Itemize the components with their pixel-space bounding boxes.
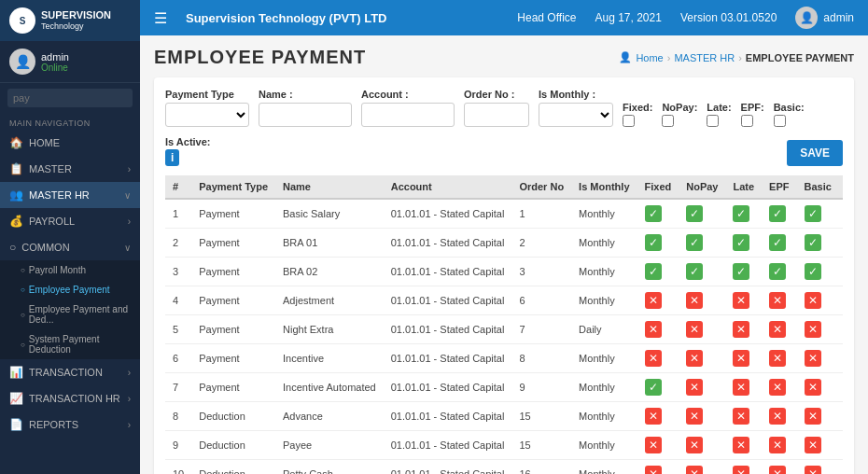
is-monthly-select[interactable]: Monthly Daily Weekly [539, 103, 613, 127]
cell-order: 7 [511, 315, 571, 344]
payment-type-select[interactable]: Payment Deduction [165, 103, 249, 127]
sidebar-item-master-hr[interactable]: 👥 MASTER HR ∨ [0, 182, 140, 208]
cell-num: 5 [165, 315, 191, 344]
cell-num: 7 [165, 373, 191, 402]
transaction-hr-label: TRANSACTION HR [29, 393, 120, 404]
info-icon: i [165, 149, 179, 166]
reports-icon: 📄 [9, 418, 23, 431]
cross-icon: ✕ [805, 466, 821, 474]
check-icon: ✓ [645, 234, 662, 251]
cell-basic: ✓ [797, 199, 839, 229]
search-input[interactable] [7, 89, 133, 107]
cross-icon: ✕ [769, 350, 786, 367]
cross-icon: ✕ [645, 437, 662, 453]
is-monthly-filter: Is Monthly : Monthly Daily Weekly [539, 89, 613, 127]
table-row: 5 Payment Night Extra 01.01.01 - Stated … [165, 315, 843, 344]
payroll-chevron-icon: › [128, 216, 131, 227]
topbar-user: 👤 admin [795, 7, 854, 29]
sidebar-item-master[interactable]: 📋 MASTER › [0, 156, 140, 182]
cell-account: 01.01.01 - Stated Capital [384, 460, 512, 475]
cross-icon: ✕ [686, 437, 703, 453]
cell-type: Payment [191, 315, 275, 344]
sidebar-item-home[interactable]: 🏠 HOME [0, 130, 140, 156]
cell-account: 01.01.01 - Stated Capital [384, 315, 512, 344]
basic-checkbox[interactable] [774, 115, 786, 127]
page-title: EMPLOYEE PAYMENT [154, 47, 366, 68]
epf-label: EPF: [741, 102, 764, 113]
cell-epf: ✓ [762, 199, 796, 229]
cell-account: 01.01.01 - Stated Capital [384, 286, 512, 315]
cell-fixed: ✕ [637, 402, 679, 431]
cell-num: 4 [165, 286, 191, 315]
cell-late: ✕ [725, 431, 762, 460]
account-label: Account : [361, 89, 455, 100]
account-input[interactable] [361, 103, 455, 127]
sidebar-item-reports[interactable]: 📄 REPORTS › [0, 411, 140, 438]
nopay-filter: NoPay: [662, 102, 697, 127]
order-no-input[interactable] [464, 103, 529, 127]
sidebar-item-transaction-hr[interactable]: 📈 TRANSACTION HR › [0, 385, 140, 411]
cell-active: YES [839, 402, 843, 431]
cell-basic: ✕ [797, 286, 839, 315]
cross-icon: ✕ [805, 321, 821, 338]
cell-order: 9 [511, 373, 571, 402]
sidebar-item-transaction[interactable]: 📊 TRANSACTION › [0, 359, 140, 385]
breadcrumb-home[interactable]: Home [636, 52, 663, 63]
cross-icon: ✕ [733, 408, 749, 425]
cell-late: ✓ [725, 229, 762, 258]
col-basic: Basic [797, 175, 839, 199]
cell-basic: ✓ [797, 258, 839, 286]
sidebar-item-common[interactable]: ○ COMMON ∨ [0, 234, 140, 260]
table-row: 3 Payment BRA 02 01.01.01 - Stated Capit… [165, 258, 843, 286]
user-avatar-icon: 👤 [795, 7, 818, 29]
cell-monthly: Monthly [571, 258, 637, 286]
logo-text: SUPERVISION Technology [41, 9, 111, 32]
page-header: EMPLOYEE PAYMENT 👤 Home › MASTER HR › EM… [154, 47, 854, 68]
cell-account: 01.01.01 - Stated Capital [384, 431, 512, 460]
filter-row: Payment Type Payment Deduction Name : Ac… [165, 89, 843, 166]
cell-late: ✕ [725, 344, 762, 373]
master-hr-icon: 👥 [9, 188, 23, 202]
sidebar-logo: S SUPERVISION Technology [0, 0, 140, 41]
payment-type-filter: Payment Type Payment Deduction [165, 89, 249, 127]
cell-epf: ✕ [762, 344, 796, 373]
reports-label: REPORTS [29, 419, 78, 430]
cell-order: 8 [511, 344, 571, 373]
check-icon: ✓ [769, 234, 786, 251]
check-icon: ✓ [733, 234, 749, 251]
cross-icon: ✕ [769, 466, 786, 474]
sidebar-item-payroll[interactable]: 💰 PAYROLL › [0, 208, 140, 234]
sidebar-sub-payroll-month[interactable]: Payroll Month [0, 260, 140, 280]
table-row: 1 Payment Basic Salary 01.01.01 - Stated… [165, 199, 843, 229]
epf-filter: EPF: [741, 102, 764, 127]
cell-monthly: Daily [571, 315, 637, 344]
cell-epf: ✕ [762, 315, 796, 344]
cell-active: YES [839, 286, 843, 315]
avatar: 👤 [9, 49, 35, 75]
sidebar-sub-system-payment[interactable]: System Payment Deduction [0, 329, 140, 359]
sidebar-sub-employee-payment-ded[interactable]: Employee Payment and Ded... [0, 300, 140, 329]
col-num: # [165, 175, 191, 199]
cell-num: 8 [165, 402, 191, 431]
common-label: COMMON [21, 242, 69, 253]
col-nopay: NoPay [679, 175, 725, 199]
fixed-checkbox[interactable] [623, 115, 635, 127]
cell-nopay: ✕ [679, 402, 725, 431]
col-fixed: Fixed [637, 175, 679, 199]
cell-type: Deduction [191, 460, 275, 475]
cell-nopay: ✓ [679, 229, 725, 258]
cross-icon: ✕ [686, 350, 703, 367]
cross-icon: ✕ [805, 292, 821, 309]
cell-active: YES [839, 431, 843, 460]
cross-icon: ✕ [769, 437, 786, 453]
reports-chevron-icon: › [128, 420, 131, 430]
name-input[interactable] [259, 103, 352, 127]
sidebar-sub-employee-payment[interactable]: Employee Payment [0, 280, 140, 300]
epf-checkbox[interactable] [741, 115, 753, 127]
cross-icon: ✕ [686, 321, 703, 338]
late-checkbox[interactable] [707, 115, 719, 127]
save-button[interactable]: SAVE [787, 140, 843, 166]
fixed-label: Fixed: [623, 102, 652, 113]
menu-icon[interactable]: ☰ [154, 9, 167, 27]
nopay-checkbox[interactable] [662, 115, 674, 127]
